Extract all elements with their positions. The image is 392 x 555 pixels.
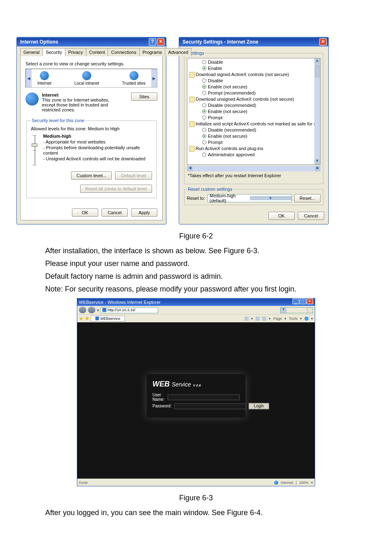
radio-icon[interactable] [202,109,206,113]
status-zoom[interactable]: 100% [299,481,309,485]
setting-option[interactable]: Disable (recommended) [188,127,319,133]
radio-icon[interactable] [202,60,206,64]
tab-privacy[interactable]: Privacy [65,48,86,56]
close-icon[interactable]: × [157,38,164,46]
setting-option[interactable]: Enable [188,65,319,72]
chevron-down-icon[interactable]: ▼ [281,308,286,313]
home-icon[interactable] [244,317,249,321]
globe-icon [25,92,39,106]
radio-icon[interactable] [202,128,206,132]
ok-button[interactable]: OK [268,212,295,220]
scroll-down-icon[interactable]: ▼ [314,159,320,164]
vertical-scrollbar[interactable]: ▲ ▼ [314,58,320,164]
radio-icon[interactable] [202,79,206,83]
level-b1: - Appropriate for most websites [43,139,152,145]
cancel-button[interactable]: Cancel [298,212,324,220]
help-icon[interactable] [304,317,309,321]
browser-window: WEBservice - Windows Internet Explorer _… [77,298,315,486]
scroll-up-icon[interactable]: ▲ [314,58,320,64]
setting-option[interactable]: Prompt [188,139,319,146]
reset-all-zones-button[interactable]: Reset all zones to default level [80,185,152,193]
ie-page-icon [95,317,99,320]
tab-strip: General Security Privacy Content Connect… [20,48,163,56]
password-input[interactable] [174,403,246,409]
radio-icon[interactable] [202,91,206,95]
add-favorite-icon[interactable]: ✚ [85,316,89,321]
tab-connections[interactable]: Connections [108,48,139,56]
close-icon[interactable]: × [319,38,327,46]
default-level-button[interactable]: Default level [115,171,152,180]
print-icon[interactable] [262,317,266,321]
chevron-down-icon[interactable]: ▼ [250,196,291,200]
zone-desc-1: This zone is for Internet websites, [42,97,128,102]
tab-security[interactable]: Security [42,48,65,56]
close-icon[interactable]: × [307,298,313,304]
radio-icon[interactable] [202,140,206,144]
minimize-icon[interactable]: _ [293,298,299,304]
scroll-right-icon[interactable]: ▶ [151,69,157,87]
status-text: Done [79,481,88,485]
zone-list[interactable]: ◀ Internet Local intranet Trusted sites … [25,69,157,88]
tab-programs[interactable]: Programs [139,48,166,56]
page-menu[interactable]: Page [273,317,282,321]
status-zone: Internet [281,481,293,485]
custom-level-button[interactable]: Custom level... [71,171,112,180]
address-bar[interactable]: http://10.10.3.16/ [101,307,158,313]
setting-option[interactable]: Prompt [188,115,319,121]
tab-general[interactable]: General [20,48,43,56]
setting-option[interactable]: Disable [188,78,319,84]
setting-group: Initialize and script ActiveX controls n… [188,121,319,127]
setting-option[interactable]: Enable (not secure) [188,109,319,115]
radio-icon[interactable] [202,153,206,157]
setting-option[interactable]: Enable (not secure) [188,84,319,90]
setting-option[interactable]: Disable (recommended) [188,102,319,109]
apply-button[interactable]: Apply [131,208,157,217]
sites-button[interactable]: Sites [131,92,157,101]
password-label: Password: [152,404,172,408]
body-text: After installation, the interface is sho… [45,245,347,295]
scroll-right-icon[interactable]: ▶ [315,166,321,171]
browser-tab[interactable]: WEBservice [91,316,125,321]
tools-menu[interactable]: Tools [289,317,297,321]
radio-icon[interactable] [202,134,206,138]
search-icon[interactable] [307,308,313,313]
zone-local-intranet[interactable]: Local intranet [74,71,99,86]
tab-advanced[interactable]: Advanced [165,48,191,56]
search-box[interactable]: ▼ [280,307,313,313]
zone-trusted-sites[interactable]: Trusted sites [122,71,145,86]
horizontal-scrollbar[interactable]: ◀ ▶ [187,166,321,171]
help-button[interactable]: ? [149,38,156,46]
feed-icon[interactable] [256,317,260,321]
scroll-left-icon[interactable]: ◀ [26,69,32,87]
reset-to-combo[interactable]: Medium-high (default) ▼ [208,194,292,202]
radio-icon[interactable] [202,103,206,107]
level-b2: - Prompts before downloading potentially… [43,145,152,157]
scroll-left-icon[interactable]: ◀ [187,166,193,171]
login-panel: WEB Service V 2.0 User Name: Password: L… [147,374,245,418]
security-slider[interactable] [31,134,38,166]
forward-button[interactable] [88,307,95,313]
back-button[interactable] [79,307,86,313]
settings-tree[interactable]: DisableEnableDownload signed ActiveX con… [187,58,321,165]
setting-option[interactable]: Administrator approved [188,152,319,158]
ok-button[interactable]: OK [72,208,98,217]
login-button[interactable]: Login [249,403,269,409]
reset-button[interactable]: Reset... [294,194,321,202]
maximize-icon[interactable]: □ [300,298,306,304]
level-name: Medium-high [43,134,152,139]
setting-option[interactable]: Disable [188,59,319,65]
figure-caption-6-2: Figure 6-2 [16,232,376,240]
radio-icon[interactable] [202,66,206,70]
favorites-icon[interactable]: ★ [79,316,83,321]
reset-legend: Reset custom settings [187,187,233,192]
username-input[interactable] [168,394,240,400]
setting-option[interactable]: Prompt (recommended) [188,90,319,96]
radio-icon[interactable] [202,85,206,89]
radio-icon[interactable] [202,116,206,120]
cancel-button[interactable]: Cancel [101,208,128,217]
security-level-group: Security level for this zone Allowed lev… [26,118,157,198]
zone-desc-3: restricted zones. [42,107,128,112]
tab-content[interactable]: Content [86,48,108,56]
setting-option[interactable]: Enable (not secure) [188,133,319,139]
zone-internet[interactable]: Internet [37,71,51,86]
